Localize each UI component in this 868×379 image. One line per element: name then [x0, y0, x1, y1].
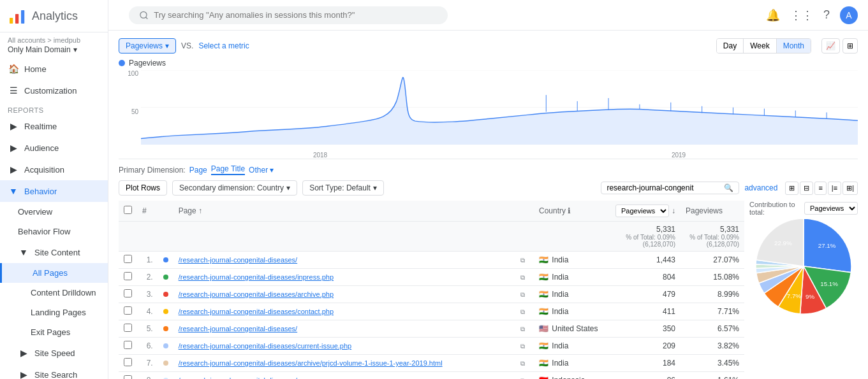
row-checkbox[interactable] [124, 341, 132, 349]
month-button[interactable]: Month [777, 39, 811, 53]
table-view-button[interactable]: ⊞ [785, 182, 798, 195]
dimension-page-title[interactable]: Page Title [211, 164, 245, 175]
select-all-checkbox[interactable] [124, 206, 132, 214]
select-metric-link[interactable]: Select a metric [198, 41, 249, 50]
dimension-other[interactable]: Other ▾ [249, 166, 274, 175]
page-link[interactable]: /research-journal-congenital-diseases/cu… [179, 342, 351, 350]
sidebar-item-home[interactable]: 🏠 Home [0, 58, 108, 80]
row-page[interactable]: /research-journal-congenital-diseases/cu… [173, 338, 516, 355]
advanced-link[interactable]: advanced [744, 183, 777, 192]
sidebar-item-site-speed[interactable]: ▶ Site Speed [0, 342, 108, 364]
sidebar-item-audience[interactable]: ▶ Audience [0, 137, 108, 159]
page-action-icon[interactable]: ⧉ [520, 274, 525, 281]
col-header-country[interactable]: Country ℹ [534, 201, 610, 222]
table-search-icon[interactable]: 🔍 [724, 183, 733, 192]
page-link[interactable]: /research-journal-congenital-diseases/co… [179, 308, 334, 315]
sort-type-dropdown[interactable]: Sort Type: Default ▾ [302, 180, 384, 196]
page-action-icon[interactable]: ⧉ [520, 360, 525, 367]
sidebar-item-content-drilldown[interactable]: Content Drilldown [0, 283, 108, 303]
row-check[interactable] [119, 338, 137, 355]
sidebar-item-behavior[interactable]: ▼ Behavior [0, 180, 108, 202]
row-check[interactable] [119, 355, 137, 372]
acquisition-expand-icon: ▶ [8, 164, 19, 175]
table-search-input[interactable] [607, 183, 721, 192]
search-input[interactable] [154, 10, 438, 20]
row-page[interactable]: /research-journal-congenital-diseases/in… [173, 269, 516, 286]
col-header-pageviews[interactable]: Pageviews ↓ [610, 201, 680, 222]
dimension-page[interactable]: Page [189, 166, 207, 175]
sidebar-item-label: Customization [24, 86, 77, 96]
sidebar-item-site-search[interactable]: ▶ Site Search [0, 364, 108, 379]
compare-view-button[interactable]: ≡ [814, 182, 826, 195]
row-checkbox[interactable] [124, 324, 132, 332]
sidebar-item-acquisition[interactable]: ▶ Acquisition [0, 159, 108, 180]
behavior-expand-icon: ▼ [8, 185, 19, 197]
domain-dropdown-icon[interactable]: ▾ [73, 45, 77, 54]
notification-icon[interactable]: 🔔 [766, 8, 780, 22]
row-check[interactable] [119, 252, 137, 269]
page-action-icon[interactable]: ⧉ [520, 325, 525, 333]
row-check[interactable] [119, 372, 137, 380]
search-box[interactable] [129, 6, 448, 24]
secondary-dimension-dropdown[interactable]: Secondary dimension: Country ▾ [172, 180, 297, 196]
row-check[interactable] [119, 286, 137, 303]
page-action-icon[interactable]: ⧉ [520, 257, 525, 264]
line-chart-icon[interactable]: 📈 [821, 38, 840, 54]
page-link[interactable]: /research-journal-congenital-diseases/ar… [179, 290, 334, 298]
page-link[interactable]: /research-journal-congenital-diseases/ [179, 376, 297, 379]
sidebar-item-site-content[interactable]: ▼ Site Content [0, 241, 108, 263]
row-check[interactable] [119, 303, 137, 320]
row-checkbox[interactable] [124, 306, 132, 315]
week-button[interactable]: Week [744, 39, 776, 53]
sidebar-item-customization[interactable]: ☰ Customization [0, 80, 108, 101]
total-pct-percent: % of Total: 0.09% (6,128,070) [686, 234, 739, 248]
row-page[interactable]: /research-journal-congenital-diseases/ar… [173, 286, 516, 303]
page-action-icon[interactable]: ⧉ [520, 343, 525, 350]
row-num: 6. [137, 338, 158, 355]
row-page[interactable]: /research-journal-congenital-diseases/ [173, 372, 516, 380]
plot-rows-button[interactable]: Plot Rows [119, 180, 167, 196]
pageviews-metric-button[interactable]: Pageviews ▾ [119, 38, 176, 54]
page-link[interactable]: /research-journal-congenital-diseases/in… [179, 273, 334, 281]
page-action-icon[interactable]: ⧉ [520, 291, 525, 298]
page-action-icon[interactable]: ⧉ [520, 308, 525, 315]
bar-chart-icon[interactable]: ⊞ [842, 38, 858, 54]
sidebar-item-landing-pages[interactable]: Landing Pages [0, 303, 108, 322]
page-link[interactable]: /research-journal-congenital-diseases/ar… [179, 359, 443, 367]
sidebar-item-exit-pages[interactable]: Exit Pages [0, 322, 108, 342]
sidebar-item-overview[interactable]: Overview [0, 202, 108, 222]
total-row: 5,331 % of Total: 0.09% (6,128,070) 5,33… [119, 222, 744, 252]
row-page[interactable]: /research-journal-congenital-diseases/ [173, 320, 516, 338]
sidebar-item-label: Behavior Flow [18, 227, 70, 236]
col-header-page[interactable]: Page ↑ [173, 201, 516, 222]
row-check[interactable] [119, 269, 137, 286]
pageviews-column-select[interactable]: Pageviews [615, 204, 669, 217]
row-page[interactable]: /research-journal-congenital-diseases/ [173, 252, 516, 269]
row-page[interactable]: /research-journal-congenital-diseases/ar… [173, 355, 516, 372]
contribution-metric-select[interactable]: Pageviews [804, 202, 858, 215]
row-check[interactable] [119, 320, 137, 338]
avatar[interactable]: A [840, 6, 858, 24]
row-checkbox[interactable] [124, 375, 132, 379]
day-button[interactable]: Day [717, 39, 744, 53]
pivot-view-button[interactable]: ⊟ [800, 182, 813, 195]
domain-selector[interactable]: Only Main Domain ▾ [0, 45, 108, 58]
row-checkbox[interactable] [124, 255, 132, 263]
sidebar-item-realtime[interactable]: ▶ Realtime [0, 115, 108, 137]
table-row: 4. /research-journal-congenital-diseases… [119, 303, 744, 320]
row-page[interactable]: /research-journal-congenital-diseases/co… [173, 303, 516, 320]
row-checkbox[interactable] [124, 289, 132, 297]
page-link[interactable]: /research-journal-congenital-diseases/ [179, 256, 297, 264]
funnel-view-button[interactable]: ⊞| [842, 182, 858, 195]
chart-in-table-button[interactable]: |≡ [828, 182, 841, 195]
row-percent: 6.57% [680, 320, 744, 338]
sidebar-item-behavior-flow[interactable]: Behavior Flow [0, 222, 108, 241]
sidebar-item-all-pages[interactable]: All Pages [0, 263, 108, 283]
row-checkbox[interactable] [124, 358, 132, 366]
page-link[interactable]: /research-journal-congenital-diseases/ [179, 325, 297, 333]
apps-icon[interactable]: ⋮⋮ [790, 8, 813, 22]
row-checkbox[interactable] [124, 272, 132, 280]
table-search-filter[interactable]: 🔍 [601, 182, 739, 194]
help-icon[interactable]: ? [823, 8, 830, 22]
page-sort-icon: ↑ [198, 206, 202, 215]
